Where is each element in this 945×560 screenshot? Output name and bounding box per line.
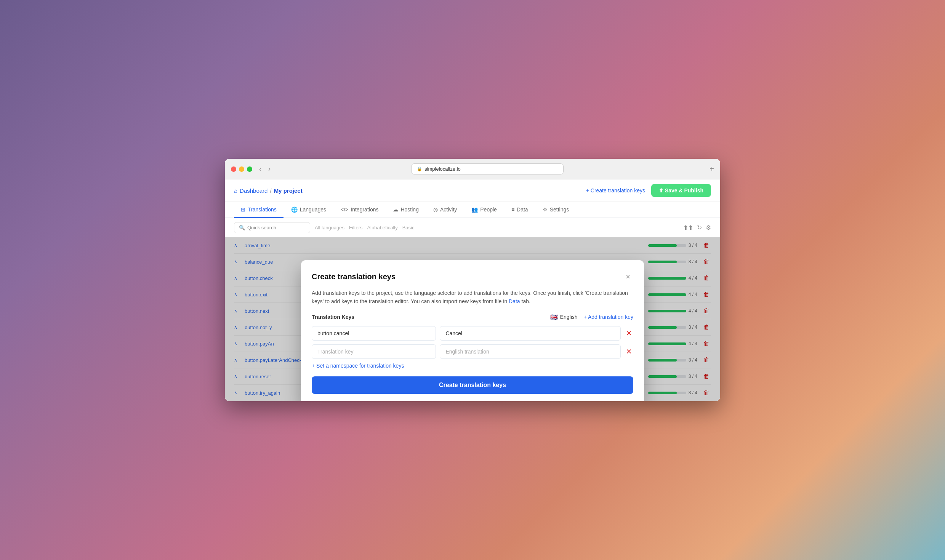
- breadcrumb-separator: /: [270, 187, 271, 194]
- breadcrumb-current: My project: [274, 187, 303, 194]
- browser-window: ‹ › 🔒 simplelocalize.io + ⌂ Dashboard / …: [225, 159, 720, 401]
- close-button[interactable]: [231, 166, 236, 172]
- create-translation-keys-modal: Create translation keys × Add translatio…: [301, 260, 644, 401]
- new-tab-button[interactable]: +: [710, 165, 714, 173]
- toolbar-right: ⬆⬆ ↻ ⚙: [683, 224, 711, 231]
- filter-basic[interactable]: Basic: [402, 225, 415, 230]
- tab-activity-label: Activity: [440, 206, 457, 213]
- traffic-lights: [231, 166, 252, 172]
- section-actions: 🇬🇧 English + Add translation key: [550, 314, 633, 321]
- toolbar-filters: All languages Filters Alphabetically Bas…: [315, 225, 414, 230]
- delete-row-1-button[interactable]: ✕: [625, 328, 633, 339]
- set-namespace-link[interactable]: + Set a namespace for translation keys: [312, 363, 633, 369]
- data-icon: ≡: [511, 206, 514, 213]
- language-selector[interactable]: 🇬🇧 English: [550, 314, 578, 321]
- nav-tabs: ⊞ Translations 🌐 Languages </> Integrati…: [225, 202, 720, 218]
- url-text: simplelocalize.io: [424, 166, 461, 172]
- filter-all-languages[interactable]: All languages: [315, 225, 344, 230]
- settings-icon: ⚙: [543, 206, 548, 213]
- create-translation-keys-button[interactable]: + Create translation keys: [586, 187, 645, 194]
- browser-chrome: ‹ › 🔒 simplelocalize.io +: [225, 159, 720, 179]
- breadcrumb-root: Dashboard: [240, 187, 267, 194]
- modal-title: Create translation keys: [312, 272, 396, 281]
- back-arrow[interactable]: ‹: [257, 164, 264, 174]
- tab-data[interactable]: ≡ Data: [505, 202, 535, 218]
- tab-integrations-label: Integrations: [351, 206, 378, 213]
- filter-alphabetically[interactable]: Alphabetically: [367, 225, 397, 230]
- lock-icon: 🔒: [417, 166, 422, 171]
- tab-hosting[interactable]: ☁ Hosting: [386, 202, 425, 218]
- add-translation-key-button[interactable]: + Add translation key: [584, 314, 633, 320]
- search-placeholder: Quick search: [247, 225, 276, 230]
- search-icon: 🔍: [239, 225, 245, 230]
- tab-settings-label: Settings: [550, 206, 569, 213]
- tab-people[interactable]: 👥 People: [464, 202, 504, 218]
- key-input-2[interactable]: [312, 344, 436, 359]
- collapse-icon[interactable]: ⬆⬆: [683, 224, 693, 231]
- app-header: ⌂ Dashboard / My project + Create transl…: [225, 179, 720, 202]
- translation-input-2[interactable]: [440, 344, 621, 359]
- toolbar: 🔍 Quick search All languages Filters Alp…: [225, 218, 720, 237]
- search-box[interactable]: 🔍 Quick search: [234, 222, 310, 233]
- fullscreen-button[interactable]: [247, 166, 252, 172]
- create-keys-submit-button[interactable]: Create translation keys: [312, 376, 633, 394]
- description-text-2: tab.: [522, 298, 530, 304]
- modal-backdrop: Create translation keys × Add translatio…: [225, 237, 720, 401]
- tab-activity[interactable]: ◎ Activity: [426, 202, 464, 218]
- translation-key-row-2: ✕: [312, 344, 633, 359]
- table-container: ∧ arrival_time 3 / 4 🗑 ∧ balance_due 3 /…: [225, 237, 720, 401]
- breadcrumb: ⌂ Dashboard / My project: [234, 187, 303, 194]
- tab-translations[interactable]: ⊞ Translations: [234, 202, 284, 218]
- people-icon: 👥: [471, 206, 478, 213]
- filter-filters[interactable]: Filters: [349, 225, 362, 230]
- tab-hosting-label: Hosting: [400, 206, 418, 213]
- nav-arrows: ‹ ›: [257, 164, 273, 174]
- data-tab-link[interactable]: Data: [509, 298, 520, 304]
- key-input-1[interactable]: [312, 326, 436, 341]
- modal-close-button[interactable]: ×: [623, 271, 633, 283]
- refresh-icon[interactable]: ↻: [697, 224, 702, 231]
- address-bar[interactable]: 🔒 simplelocalize.io: [411, 163, 564, 174]
- tab-settings[interactable]: ⚙ Settings: [536, 202, 576, 218]
- save-publish-button[interactable]: ⬆ Save & Publish: [651, 184, 711, 197]
- translation-key-row-1: ✕: [312, 326, 633, 341]
- language-label: English: [560, 314, 578, 320]
- tab-integrations[interactable]: </> Integrations: [334, 202, 385, 218]
- modal-section-header: Translation Keys 🇬🇧 English + Add transl…: [312, 314, 633, 321]
- modal-footer: Create translation keys: [312, 376, 633, 394]
- forward-arrow[interactable]: ›: [266, 164, 273, 174]
- tab-people-label: People: [480, 206, 497, 213]
- translation-input-1[interactable]: [440, 326, 621, 341]
- header-actions: + Create translation keys ⬆ Save & Publi…: [586, 184, 711, 197]
- activity-icon: ◎: [433, 206, 438, 213]
- tab-data-label: Data: [517, 206, 528, 213]
- modal-header: Create translation keys ×: [312, 271, 633, 283]
- flag-icon: 🇬🇧: [550, 314, 558, 321]
- description-text-1: Add translation keys to the project, use…: [312, 290, 628, 304]
- tab-languages[interactable]: 🌐 Languages: [284, 202, 333, 218]
- home-icon[interactable]: ⌂: [234, 187, 237, 194]
- languages-icon: 🌐: [291, 206, 298, 213]
- translations-icon: ⊞: [241, 206, 245, 213]
- hosting-icon: ☁: [393, 206, 398, 213]
- grid-settings-icon[interactable]: ⚙: [706, 224, 711, 231]
- tab-languages-label: Languages: [300, 206, 326, 213]
- app-content: ⌂ Dashboard / My project + Create transl…: [225, 179, 720, 401]
- minimize-button[interactable]: [239, 166, 244, 172]
- integrations-icon: </>: [341, 206, 348, 213]
- section-label: Translation Keys: [312, 314, 354, 320]
- tab-translations-label: Translations: [248, 206, 277, 213]
- delete-row-2-button[interactable]: ✕: [625, 346, 633, 357]
- modal-description: Add translation keys to the project, use…: [312, 289, 633, 306]
